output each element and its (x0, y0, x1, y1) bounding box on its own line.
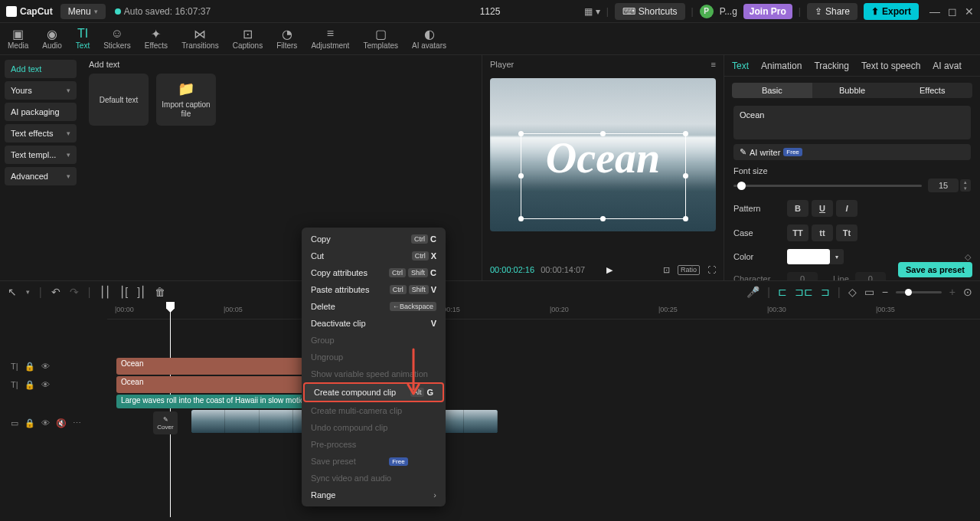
chevron-down-icon[interactable]: ▾ (26, 288, 30, 296)
export-button[interactable]: ⬆ Export (864, 3, 919, 20)
fontsize-stepper[interactable]: ▴▾ (960, 179, 971, 192)
italic-button[interactable]: I (836, 200, 858, 217)
join-pro-button[interactable]: Join Pro (743, 4, 792, 19)
sidebar-text-templates[interactable]: Text templ...▾ (5, 146, 77, 164)
case-title-button[interactable]: Tt (836, 224, 858, 241)
handle-n[interactable] (600, 131, 606, 136)
fontsize-input[interactable]: 15 (928, 179, 959, 192)
ratio-button[interactable]: Ratio (678, 265, 700, 275)
sidebar-yours[interactable]: Yours▾ (5, 81, 77, 100)
split-left-tool[interactable]: ⎮[ (119, 286, 128, 298)
handle-ne[interactable] (683, 131, 688, 136)
handle-sw[interactable] (518, 216, 524, 221)
share-button[interactable]: ⇪ Share (807, 3, 858, 20)
import-caption-card[interactable]: 📁 Import caption file (156, 74, 216, 126)
track-lane[interactable]: Large waves roll into the coast of Hawai… (107, 395, 980, 408)
shortcuts-button[interactable]: ⌨ Shortcuts (615, 3, 685, 20)
user-avatar[interactable]: P (700, 5, 714, 18)
lock-icon[interactable]: 🔒 (24, 380, 35, 390)
lock-icon[interactable]: 🔒 (24, 418, 35, 428)
ctx-create-compound-clip[interactable]: Create compound clipAltG (303, 382, 444, 402)
zoom-fit-button[interactable]: ⊙ (963, 286, 972, 298)
player-menu-icon[interactable]: ≡ (711, 60, 716, 69)
default-text-card[interactable]: Default text (89, 74, 149, 126)
sidebar-text-effects[interactable]: Text effects▾ (5, 124, 77, 143)
handle-se[interactable] (683, 216, 688, 221)
tab-text[interactable]: Text (732, 61, 749, 71)
selection-box[interactable] (521, 133, 686, 219)
subtab-bubble[interactable]: Bubble (812, 83, 893, 98)
play-button[interactable]: ▶ (606, 265, 612, 275)
color-dropdown[interactable]: ▾ (830, 249, 844, 264)
split-tool[interactable]: ⎮⎮ (100, 286, 110, 298)
ribbon-filters[interactable]: ◔Filters (276, 28, 297, 50)
cover-button[interactable]: ✎ Cover (153, 411, 178, 434)
sidebar-ai-packaging[interactable]: AI packaging (5, 103, 77, 121)
track-lane[interactable]: Ocean (107, 376, 980, 393)
handle-s[interactable] (600, 216, 606, 221)
text-clip-2[interactable]: Ocean (116, 376, 303, 393)
zoom-thumb[interactable] (905, 289, 912, 296)
ribbon-transitions[interactable]: ⋈Transitions (181, 28, 219, 50)
minimize-button[interactable]: — (929, 5, 940, 18)
underline-button[interactable]: U (812, 200, 833, 217)
ribbon-media[interactable]: ▣Media (8, 28, 28, 50)
ribbon-captions[interactable]: ⊡Captions (233, 28, 263, 50)
preview-area[interactable]: Ocean (482, 74, 724, 259)
zoom-slider[interactable] (896, 291, 942, 293)
track-lane[interactable]: Ocean (107, 358, 980, 375)
color-swatch[interactable] (787, 249, 830, 264)
ai-writer-button[interactable]: ✎ AI writer Free (733, 144, 971, 160)
visibility-icon[interactable]: 👁 (41, 362, 50, 371)
layout-icon[interactable]: ▦ ▾ (584, 6, 599, 17)
ctx-cut[interactable]: CutCtrlX (302, 247, 446, 264)
ribbon-templates[interactable]: ▢Templates (363, 28, 398, 50)
snap-end-button[interactable]: ⊐ (821, 286, 830, 298)
menu-button[interactable]: Menu ▾ (60, 4, 106, 19)
document-title[interactable]: 1125 (480, 6, 501, 17)
ctx-deactivate-clip[interactable]: Deactivate clipV (302, 315, 446, 332)
handle-w[interactable] (518, 173, 524, 179)
ribbon-adjustment[interactable]: ≡Adjustment (311, 28, 349, 50)
timeline-ruler[interactable]: |00:00 |00:05 |00:10 |00:15 |00:20 |00:2… (107, 303, 980, 319)
fullscreen-icon[interactable]: ⛶ (707, 265, 716, 275)
marker-tool[interactable]: ◇ (848, 286, 857, 298)
playhead-head[interactable] (166, 302, 175, 313)
preview-tool[interactable]: ▭ (864, 286, 874, 298)
ctx-paste-attributes[interactable]: Paste attributesCtrlShiftV (302, 281, 446, 298)
ctx-delete[interactable]: Delete←Backspace (302, 298, 446, 315)
case-lower-button[interactable]: tt (812, 224, 833, 241)
fontsize-slider[interactable] (733, 185, 922, 187)
slider-thumb[interactable] (737, 182, 746, 190)
save-preset-button[interactable]: Save as preset (898, 262, 972, 277)
more-icon[interactable]: ⋯ (73, 418, 81, 428)
mic-button[interactable]: 🎤 (746, 286, 760, 298)
tab-tracking[interactable]: Tracking (814, 61, 849, 71)
snap-start-button[interactable]: ⊏ (778, 286, 787, 298)
undo-button[interactable]: ↶ (51, 286, 60, 298)
mute-icon[interactable]: 🔇 (56, 418, 67, 428)
handle-nw[interactable] (518, 131, 524, 136)
visibility-icon[interactable]: 👁 (41, 380, 50, 389)
text-clip-1[interactable]: Ocean (116, 358, 303, 375)
zoom-in-button[interactable]: + (949, 286, 956, 298)
tab-ai-avatar[interactable]: AI avat (933, 61, 961, 71)
ctx-copy[interactable]: CopyCtrlC (302, 231, 446, 247)
ctx-copy-attributes[interactable]: Copy attributesCtrlShiftC (302, 264, 446, 281)
sidebar-advanced[interactable]: Advanced▾ (5, 167, 77, 185)
split-right-tool[interactable]: ]⎮ (137, 286, 145, 298)
tab-animation[interactable]: Animation (761, 61, 802, 71)
ribbon-audio[interactable]: ◉Audio (42, 28, 62, 50)
case-upper-button[interactable]: TT (787, 224, 808, 241)
redo-button[interactable]: ↷ (70, 286, 79, 298)
visibility-icon[interactable]: 👁 (41, 418, 50, 428)
ribbon-effects[interactable]: ✦Effects (145, 28, 168, 50)
scale-icon[interactable]: ⊡ (663, 265, 670, 275)
text-value-input[interactable]: Ocean (733, 106, 971, 139)
bold-button[interactable]: B (787, 200, 808, 217)
zoom-out-button[interactable]: − (882, 286, 888, 298)
delete-tool[interactable]: 🗑 (155, 286, 165, 298)
keyframe-diamond-icon[interactable]: ◇ (965, 252, 971, 262)
magnet-button[interactable]: ⊐⊏ (795, 286, 813, 298)
ribbon-ai-avatars[interactable]: ◐AI avatars (412, 28, 446, 50)
